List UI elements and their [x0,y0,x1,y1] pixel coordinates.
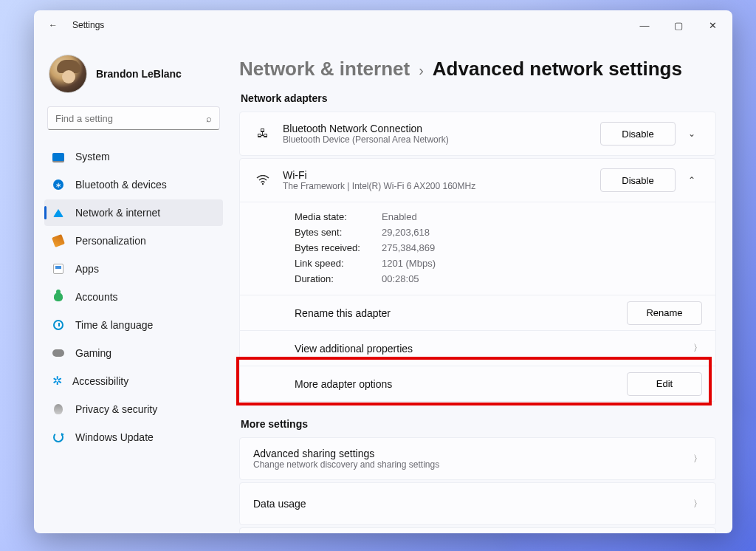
sidebar: Brandon LeBlanc ⌕ System ∗ Bluetooth & d… [34,40,227,533]
svg-point-0 [262,183,264,185]
detail-value: Enabled [382,211,702,222]
nav-label: Time & language [75,319,153,331]
nav: System ∗ Bluetooth & devices Network & i… [44,143,223,451]
maximize-button[interactable]: ▢ [662,13,695,37]
disable-button[interactable]: Disable [600,168,676,192]
detail-key: Link speed: [295,258,382,269]
adapter-title: Wi-Fi [283,169,600,181]
section-network-adapters: Network adapters [241,92,716,104]
chevron-down-icon[interactable]: ⌄ [681,129,702,139]
network-icon [52,206,65,219]
avatar [49,55,87,93]
nav-label: Windows Update [75,431,154,443]
wifi-icon [253,175,272,185]
gaming-icon [52,346,65,360]
adapter-subtitle: The Framework | Intel(R) Wi-Fi 6 AX200 1… [283,181,600,191]
rename-adapter-row: Rename this adapter Rename [240,295,715,330]
adapter-bluetooth-card[interactable]: 🖧 Bluetooth Network Connection Bluetooth… [239,112,716,156]
detail-value: 1201 (Mbps) [382,258,702,269]
chevron-right-icon: 〉 [693,453,702,465]
nav-label: Personalization [75,235,146,247]
nav-label: Gaming [75,347,111,359]
nav-privacy[interactable]: Privacy & security [44,396,223,422]
nav-label: Network & internet [75,207,160,219]
nav-label: Accessibility [72,375,128,387]
detail-key: Bytes received: [295,242,382,253]
adapter-wifi-header[interactable]: Wi-Fi The Framework | Intel(R) Wi-Fi 6 A… [240,159,715,202]
disable-button[interactable]: Disable [600,122,676,146]
breadcrumb-parent[interactable]: Network & internet [239,58,410,81]
row-title: Advanced sharing settings [253,448,693,459]
nav-accessibility[interactable]: ✲ Accessibility [44,368,223,394]
profile[interactable]: Brandon LeBlanc [44,47,223,106]
titlebar: ← Settings — ▢ ✕ [34,10,732,40]
view-properties-label: View additional properties [295,343,413,355]
chevron-up-icon[interactable]: ⌃ [681,175,702,185]
bluetooth-icon: ∗ [52,178,65,191]
row-subtitle: Change network discovery and sharing set… [253,459,693,470]
detail-value: 29,203,618 [382,227,702,238]
nav-update[interactable]: Windows Update [44,424,223,451]
adapter-wifi-card: Wi-Fi The Framework | Intel(R) Wi-Fi 6 A… [239,158,716,402]
breadcrumb: Network & internet › Advanced network se… [239,58,716,81]
nav-apps[interactable]: Apps [44,256,223,282]
row-title: Data usage [253,498,306,510]
system-icon [52,150,65,163]
ethernet-icon: 🖧 [253,127,272,140]
adapter-title: Bluetooth Network Connection [283,123,600,134]
back-button[interactable]: ← [47,20,59,30]
more-options-label: More adapter options [295,378,392,390]
close-button[interactable]: ✕ [695,13,729,37]
nav-system[interactable]: System [44,143,223,170]
edit-button[interactable]: Edit [627,372,702,396]
time-icon [52,318,65,332]
nav-gaming[interactable]: Gaming [44,340,223,366]
section-more-settings: More settings [241,418,716,430]
detail-key: Media state: [295,211,382,222]
profile-name: Brandon LeBlanc [96,68,182,80]
nav-label: Privacy & security [75,403,157,415]
chevron-right-icon: 〉 [693,342,702,355]
detail-key: Duration: [295,273,382,284]
more-adapter-options-row: More adapter options Edit [240,366,715,401]
search-box[interactable]: ⌕ [47,106,220,130]
nav-label: Apps [75,263,99,275]
content: Network & internet › Advanced network se… [227,40,732,533]
nav-label: Bluetooth & devices [75,179,167,191]
nav-label: Accounts [75,291,118,303]
window-title: Settings [72,20,104,30]
nav-bluetooth[interactable]: ∗ Bluetooth & devices [44,171,223,198]
rename-button[interactable]: Rename [627,301,702,325]
nav-label: System [75,151,110,162]
nav-personalization[interactable]: Personalization [44,227,223,254]
update-icon [52,431,65,444]
privacy-icon [52,403,65,416]
accessibility-icon: ✲ [52,376,62,386]
nav-network[interactable]: Network & internet [44,199,223,226]
personalization-icon [52,234,65,247]
detail-key: Bytes sent: [295,227,382,238]
hardware-properties-row[interactable]: Hardware and connection properties 〉 [239,527,716,533]
adapter-subtitle: Bluetooth Device (Personal Area Network) [283,134,600,145]
accounts-icon [52,290,65,304]
breadcrumb-current: Advanced network settings [433,58,682,81]
chevron-right-icon: › [419,62,424,79]
data-usage-row[interactable]: Data usage 〉 [239,482,716,525]
advanced-sharing-row[interactable]: Advanced sharing settings Change network… [239,437,716,480]
settings-window: ← Settings — ▢ ✕ Brandon LeBlanc ⌕ Syste… [34,10,732,533]
wifi-details: Media state: Enabled Bytes sent: 29,203,… [240,202,715,295]
minimize-button[interactable]: — [628,13,662,37]
chevron-right-icon: 〉 [693,498,702,510]
nav-time[interactable]: Time & language [44,312,223,338]
nav-accounts[interactable]: Accounts [44,284,223,310]
detail-value: 00:28:05 [382,273,702,284]
detail-value: 275,384,869 [382,242,702,253]
rename-label: Rename this adapter [295,307,391,319]
apps-icon [52,262,65,276]
search-icon: ⌕ [206,113,212,124]
search-input[interactable] [55,113,206,124]
view-properties-row[interactable]: View additional properties 〉 [240,330,715,366]
